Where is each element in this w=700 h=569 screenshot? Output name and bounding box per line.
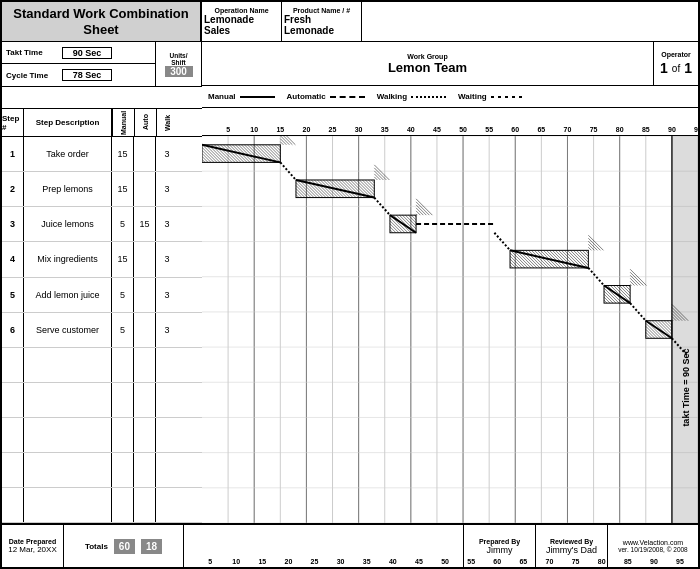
time-tick-20: 20 [306, 108, 314, 135]
svg-line-194 [604, 297, 610, 303]
step-num-2: 3 [2, 207, 24, 241]
operator-block: Operator 1 of 1 [654, 42, 698, 85]
col-walk: Walk [156, 109, 178, 136]
time-tick-65: 65 [523, 525, 531, 567]
data-row-9 [2, 453, 202, 488]
time-tick-75: 75 [594, 108, 602, 135]
time-tick-90: 90 [672, 108, 680, 135]
operator-of-value: 1 [684, 60, 692, 76]
col-desc: Step Description [24, 109, 112, 136]
data-row-8 [2, 418, 202, 453]
time-tick-25: 25 [333, 108, 341, 135]
totals-label: Totals [85, 542, 108, 551]
svg-line-115 [368, 180, 374, 186]
time-tick-5: 5 [228, 108, 232, 135]
step-manual-5: 5 [112, 313, 134, 347]
takt-cycle-block: Takt Time 90 Sec Cycle Time 78 Sec [2, 42, 156, 86]
sheet-title: Standard Work Combination Sheet [8, 6, 194, 37]
col-auto: Auto [134, 109, 156, 136]
svg-text:takt Time = 90 Sec: takt Time = 90 Sec [681, 349, 691, 427]
step-desc-6 [24, 348, 112, 382]
step-desc-5: Serve customer [24, 313, 112, 347]
data-row-10 [2, 488, 202, 523]
svg-line-181 [582, 251, 588, 257]
svg-line-237 [646, 321, 672, 339]
footer-date-block: Date Prepared 12 Mar, 20XX [2, 525, 64, 567]
svg-line-203 [619, 286, 630, 297]
step-walk-5: 3 [156, 313, 178, 347]
time-tick-10: 10 [236, 525, 244, 567]
step-walk-7 [156, 383, 178, 417]
svg-line-209 [630, 278, 637, 285]
product-block: Product Name / # Fresh Lemonade [282, 2, 362, 41]
footer-date-value: 12 Mar, 20XX [8, 545, 56, 554]
step-walk-1: 3 [156, 172, 178, 206]
step-num-1: 2 [2, 172, 24, 206]
svg-line-49 [202, 148, 217, 163]
legend-wait-line [491, 96, 526, 98]
operation-value: Lemonade Sales [204, 14, 279, 36]
step-num-10 [2, 488, 24, 522]
time-tick-30: 30 [341, 525, 349, 567]
legend-wait-label: Waiting [458, 92, 487, 101]
step-manual-4: 5 [112, 278, 134, 312]
workgroup-value: Lemon Team [388, 60, 467, 75]
legend-manual-label: Manual [208, 92, 236, 101]
step-num-6 [2, 348, 24, 382]
units-label1: Units/ [169, 52, 187, 59]
sheet-container: Standard Work Combination Sheet Operatio… [0, 0, 700, 569]
time-tick-60: 60 [497, 525, 505, 567]
cycle-value: 78 Sec [62, 69, 112, 81]
time-tick-90: 90 [654, 525, 662, 567]
header-row: Standard Work Combination Sheet Operatio… [2, 2, 698, 42]
step-num-9 [2, 453, 24, 487]
data-row-4: 5 Add lemon juice 5 3 [2, 278, 202, 313]
time-tick-35: 35 [385, 108, 393, 135]
step-desc-7 [24, 383, 112, 417]
step-walk-3: 3 [156, 242, 178, 276]
cycle-label: Cycle Time [6, 71, 58, 80]
time-tick-85: 85 [628, 525, 636, 567]
step-num-0: 1 [2, 137, 24, 171]
time-tick-45: 45 [437, 108, 445, 135]
step-desc-9 [24, 453, 112, 487]
chart-svg: takt Time = 90 Sec [202, 136, 698, 523]
step-desc-10 [24, 488, 112, 522]
svg-line-179 [576, 251, 588, 263]
step-manual-3: 15 [112, 242, 134, 276]
time-tick-40: 40 [411, 108, 419, 135]
time-tick-60: 60 [515, 108, 523, 135]
time-tick-40: 40 [393, 525, 401, 567]
time-tick-70: 70 [549, 525, 557, 567]
step-manual-0: 15 [112, 137, 134, 171]
units-value: 300 [165, 66, 193, 77]
legend-walk-line [411, 96, 446, 98]
time-tick-5: 5 [210, 525, 214, 567]
data-row-5: 6 Serve customer 5 3 [2, 313, 202, 348]
svg-line-227 [661, 321, 672, 332]
time-tick-20: 20 [288, 525, 296, 567]
time-scale-header: 5 10 15 20 25 30 35 40 45 50 55 60 [202, 108, 698, 136]
units-shift-block: Units/ Shift 300 [156, 42, 202, 86]
legend-manual-line [240, 96, 275, 98]
svg-line-226 [658, 321, 672, 335]
step-auto-0 [134, 137, 156, 171]
legend-left [2, 87, 202, 109]
top-info-area: Takt Time 90 Sec Cycle Time 78 Sec Units… [2, 42, 202, 87]
time-tick-80: 80 [602, 525, 610, 567]
body-wrapper: Takt Time 90 Sec Cycle Time 78 Sec Units… [2, 42, 698, 523]
svg-line-178 [573, 251, 588, 266]
time-tick-15: 15 [262, 525, 270, 567]
svg-line-155 [510, 256, 522, 268]
time-tick-65: 65 [541, 108, 549, 135]
totals-manual: 60 [114, 539, 135, 554]
svg-rect-40 [672, 136, 698, 523]
step-auto-5 [134, 313, 156, 347]
time-tick-95: 95 [680, 525, 688, 567]
product-value: Fresh Lemonade [284, 14, 359, 36]
step-desc-8 [24, 418, 112, 452]
step-auto-8 [134, 418, 156, 452]
step-manual-10 [112, 488, 134, 522]
svg-line-48 [202, 151, 214, 163]
takt-value: 90 Sec [62, 47, 112, 59]
